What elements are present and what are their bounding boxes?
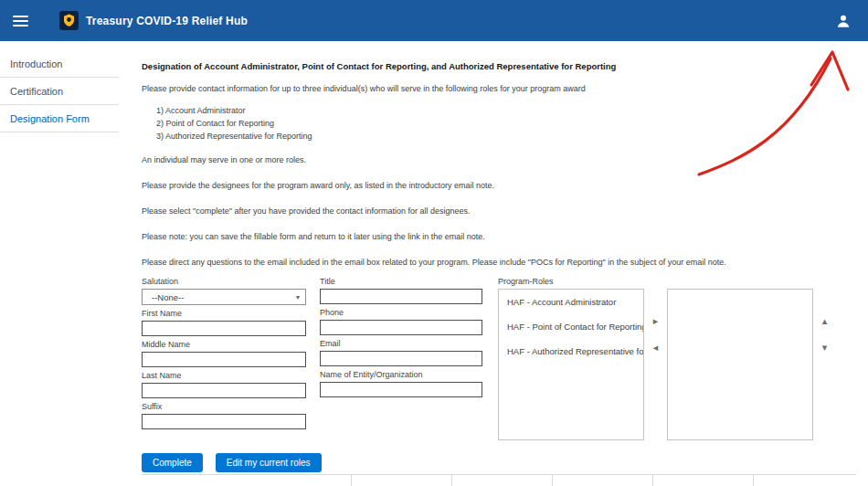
page-heading: Designation of Account Administrator, Po… xyxy=(142,61,863,71)
roles-list: 1) Account Administrator 2) Point of Con… xyxy=(156,104,863,143)
complete-button[interactable]: Complete xyxy=(142,453,203,472)
sidebar-item-certification[interactable]: Certification xyxy=(0,78,119,105)
entity-input[interactable] xyxy=(320,382,482,397)
hamburger-menu-icon[interactable] xyxy=(13,13,28,29)
suffix-label: Suffix xyxy=(142,402,306,412)
order-arrows: ▴ ▾ xyxy=(813,289,836,440)
main-content: Designation of Account Administrator, Po… xyxy=(142,55,863,472)
middle-name-label: Middle Name xyxy=(142,340,306,350)
form-column-middle: Title Phone Email Name of Entity/Organiz… xyxy=(320,277,482,440)
move-right-icon[interactable]: ▸ xyxy=(653,316,659,326)
move-left-icon[interactable]: ◂ xyxy=(653,343,659,353)
entity-label: Name of Entity/Organization xyxy=(320,370,482,380)
chevron-down-icon: ▾ xyxy=(296,293,300,301)
phone-label: Phone xyxy=(320,308,482,318)
program-roles-selected-listbox[interactable] xyxy=(667,289,813,440)
move-down-icon[interactable]: ▾ xyxy=(822,343,828,353)
email-input[interactable] xyxy=(320,351,482,366)
sidebar-item-designation-form[interactable]: Designation Form xyxy=(0,105,119,132)
sidebar-item-introduction[interactable]: Introduction xyxy=(0,50,119,78)
role-list-item: 1) Account Administrator xyxy=(156,104,863,117)
phone-input[interactable] xyxy=(320,320,482,335)
program-roles-label: Program-Roles xyxy=(498,277,836,287)
table-cell xyxy=(452,475,553,486)
table-cell xyxy=(653,475,754,486)
program-roles-available-listbox[interactable]: HAF - Account Administrator HAF - Point … xyxy=(498,289,644,440)
treasury-logo-icon xyxy=(59,11,79,30)
edit-roles-button[interactable]: Edit my current roles xyxy=(216,453,322,472)
intro-paragraph: Please provide contact information for u… xyxy=(142,84,863,93)
table-cell xyxy=(553,475,653,486)
last-name-input[interactable] xyxy=(142,383,306,398)
table-cell xyxy=(142,475,352,486)
app-header: Treasury COVID-19 Relief Hub xyxy=(0,0,868,41)
program-roles-block: Program-Roles HAF - Account Administrato… xyxy=(498,277,836,440)
table-cell xyxy=(754,475,856,486)
user-profile-icon[interactable] xyxy=(835,13,852,29)
paragraph-complete: Please select "complete" after you have … xyxy=(142,206,863,216)
first-name-label: First Name xyxy=(142,309,306,319)
role-list-item: 2) Point of Contact for Reporting xyxy=(156,117,863,130)
suffix-input[interactable] xyxy=(142,414,306,429)
form-actions: Complete Edit my current roles xyxy=(142,453,863,472)
salutation-label: Salutation xyxy=(142,277,306,287)
email-label: Email xyxy=(320,339,482,349)
paragraph-note: Please note: you can save the fillable f… xyxy=(142,232,863,241)
paragraph-questions: Please direct any questions to the email… xyxy=(142,258,863,267)
salutation-select[interactable]: --None-- ▾ xyxy=(142,289,306,305)
paragraph-designees: Please provide the designees for the pro… xyxy=(142,181,863,190)
listbox-option[interactable]: HAF - Authorized Representative fo... xyxy=(499,339,643,364)
listbox-option[interactable]: HAF - Point of Contact for Reporting xyxy=(499,314,643,339)
title-input[interactable] xyxy=(320,289,482,304)
app-title: Treasury COVID-19 Relief Hub xyxy=(86,15,248,27)
role-list-item: 3) Authorized Representative for Reporti… xyxy=(156,130,863,143)
form-column-left: Salutation --None-- ▾ First Name Middle … xyxy=(142,277,306,440)
paragraph-serve: An individual may serve in one or more r… xyxy=(142,155,863,164)
sidebar-nav: Introduction Certification Designation F… xyxy=(0,41,119,132)
middle-name-input[interactable] xyxy=(142,352,306,367)
listbox-option[interactable]: HAF - Account Administrator xyxy=(499,290,643,314)
title-label: Title xyxy=(320,277,482,287)
move-up-icon[interactable]: ▴ xyxy=(822,316,828,326)
designation-form: Salutation --None-- ▾ First Name Middle … xyxy=(142,277,863,440)
partial-table xyxy=(142,474,856,486)
first-name-input[interactable] xyxy=(142,321,306,336)
last-name-label: Last Name xyxy=(142,371,306,381)
salutation-value: --None-- xyxy=(152,292,184,302)
table-cell xyxy=(352,475,452,486)
move-arrows: ▸ ◂ xyxy=(644,289,667,440)
